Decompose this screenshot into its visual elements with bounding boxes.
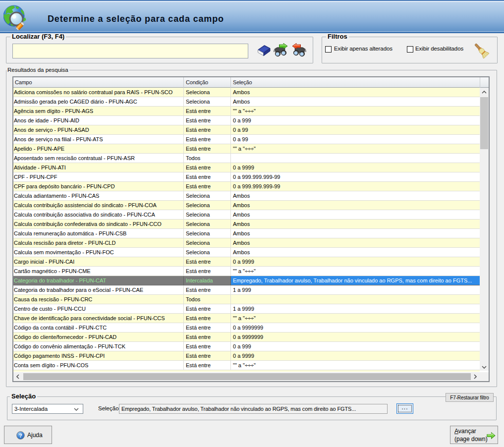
svg-text:?: ? — [19, 433, 22, 439]
